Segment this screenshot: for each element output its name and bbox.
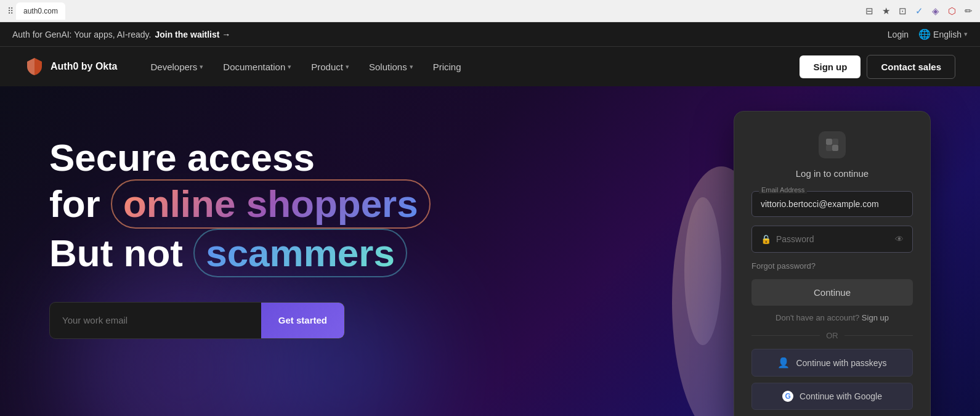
language-selector[interactable]: 🌐 English ▾ — [918, 28, 968, 40]
join-waitlist-link[interactable]: Join the waitlist → — [155, 30, 230, 39]
extension-purple-icon[interactable]: ◈ — [932, 6, 939, 17]
translate-icon[interactable]: ⊟ — [865, 6, 873, 17]
google-button[interactable]: G Continue with Google — [751, 383, 913, 410]
no-account-label: Don't have an account? — [775, 313, 859, 322]
svg-rect-2 — [826, 139, 832, 145]
nav-actions: Sign up Contact sales — [800, 55, 955, 79]
login-card-title: Log in to continue — [751, 168, 913, 179]
extension-check-icon[interactable]: ✓ — [915, 6, 923, 17]
nav-product-label: Product — [311, 62, 343, 72]
work-email-input[interactable] — [50, 315, 261, 325]
passkeys-button[interactable]: 👤 Continue with passkeys — [751, 349, 913, 377]
product-chevron-icon: ▾ — [346, 63, 349, 71]
browser-tab[interactable]: auth0.com — [16, 2, 65, 20]
online-shoppers-text: online shoppers — [123, 182, 418, 225]
login-email-input[interactable] — [751, 191, 913, 217]
browser-bar: ⠿ auth0.com ⊟ ★ ⊡ ✓ ◈ ⬡ ✏ — [0, 0, 980, 22]
forgot-password-link[interactable]: Forgot password? — [751, 261, 913, 271]
screenshot-icon[interactable]: ⊡ — [899, 6, 907, 17]
password-input-wrapper: 🔒 👁 — [751, 226, 913, 253]
eye-icon[interactable]: 👁 — [895, 234, 904, 244]
announcement-text: Auth for GenAI: Your apps, AI-ready. Joi… — [12, 30, 888, 39]
announcement-actions: Login 🌐 English ▾ — [888, 28, 968, 40]
logo-text: Auth0 by Okta — [51, 61, 117, 72]
nav-developers[interactable]: Developers ▾ — [142, 57, 212, 77]
hero-headline-line1: Secure access — [49, 136, 709, 179]
get-started-button[interactable]: Get started — [261, 303, 344, 338]
login-card-container: Log in to continue Email Address 🔒 👁 For… — [734, 111, 931, 416]
announcement-bar: Auth for GenAI: Your apps, AI-ready. Joi… — [0, 22, 980, 47]
scammers-text: scammers — [206, 232, 395, 274]
browser-toolbar: ⊟ ★ ⊡ ✓ ◈ ⬡ ✏ — [865, 6, 973, 17]
or-divider: OR — [751, 331, 913, 340]
card-signup-link[interactable]: Sign up — [862, 313, 889, 322]
no-account-text: Don't have an account? Sign up — [751, 313, 913, 322]
auth0-logo-icon — [25, 57, 44, 76]
email-label: Email Address — [759, 186, 807, 194]
language-label: English — [933, 30, 962, 39]
contact-sales-button[interactable]: Contact sales — [867, 55, 955, 79]
hero-headline: Secure access for online shoppers But no… — [49, 136, 709, 277]
email-field: Email Address — [751, 191, 913, 217]
google-g-icon: G — [782, 391, 793, 402]
continue-button[interactable]: Continue — [751, 279, 913, 306]
nav-links: Developers ▾ Documentation ▾ Product ▾ S… — [142, 57, 800, 77]
svg-rect-3 — [832, 145, 838, 151]
login-card: Log in to continue Email Address 🔒 👁 For… — [734, 111, 931, 416]
nav-documentation-label: Documentation — [223, 62, 285, 72]
developers-chevron-icon: ▾ — [200, 63, 203, 71]
nav-documentation[interactable]: Documentation ▾ — [214, 57, 300, 77]
edit-icon[interactable]: ✏ — [965, 6, 973, 17]
lock-icon: 🔒 — [761, 234, 771, 244]
hero-headline-line2: for online shoppers — [49, 179, 709, 228]
online-shoppers-badge: online shoppers — [111, 179, 431, 228]
nav-product[interactable]: Product ▾ — [302, 57, 358, 77]
google-label: Continue with Google — [800, 391, 882, 401]
svg-rect-4 — [826, 145, 832, 151]
login-card-logo — [751, 131, 913, 158]
or-line-right — [844, 335, 913, 336]
browser-tabs: ⠿ auth0.com — [7, 2, 65, 20]
extension-red-icon[interactable]: ⬡ — [948, 6, 956, 17]
scammers-badge: scammers — [193, 229, 407, 277]
logo[interactable]: Auth0 by Okta — [25, 57, 117, 76]
tab-url: auth0.com — [23, 7, 58, 15]
hero-for-prefix: for — [49, 182, 100, 225]
solutions-chevron-icon: ▾ — [410, 63, 413, 71]
hero-section: Secure access for online shoppers But no… — [0, 86, 980, 416]
main-nav: Auth0 by Okta Developers ▾ Documentation… — [0, 47, 980, 86]
bookmark-icon[interactable]: ★ — [882, 6, 890, 17]
nav-developers-label: Developers — [150, 62, 197, 72]
or-text: OR — [826, 331, 838, 340]
nav-pricing[interactable]: Pricing — [424, 57, 470, 77]
passkeys-label: Continue with passkeys — [796, 358, 886, 368]
nav-solutions-label: Solutions — [369, 62, 407, 72]
login-link[interactable]: Login — [888, 30, 909, 39]
svg-rect-5 — [832, 139, 838, 145]
nav-pricing-label: Pricing — [433, 62, 461, 72]
documentation-chevron-icon: ▾ — [288, 63, 291, 71]
announcement-copy: Auth for GenAI: Your apps, AI-ready. — [12, 30, 151, 39]
signup-button[interactable]: Sign up — [800, 55, 861, 78]
nav-solutions[interactable]: Solutions ▾ — [360, 57, 422, 77]
login-password-input[interactable] — [776, 234, 895, 244]
email-cta-form: Get started — [49, 302, 345, 339]
globe-icon: 🌐 — [918, 28, 931, 40]
login-logo-icon — [819, 131, 846, 158]
hero-headline-line3: But not scammers — [49, 229, 709, 277]
passkeys-icon: 👤 — [777, 357, 790, 369]
password-field: 🔒 👁 — [751, 226, 913, 253]
hero-content: Secure access for online shoppers But no… — [49, 123, 709, 339]
hero-but-not-prefix: But not — [49, 232, 183, 274]
or-line-left — [751, 335, 820, 336]
lang-chevron-icon: ▾ — [964, 30, 968, 38]
tab-control-dots: ⠿ — [7, 6, 14, 16]
